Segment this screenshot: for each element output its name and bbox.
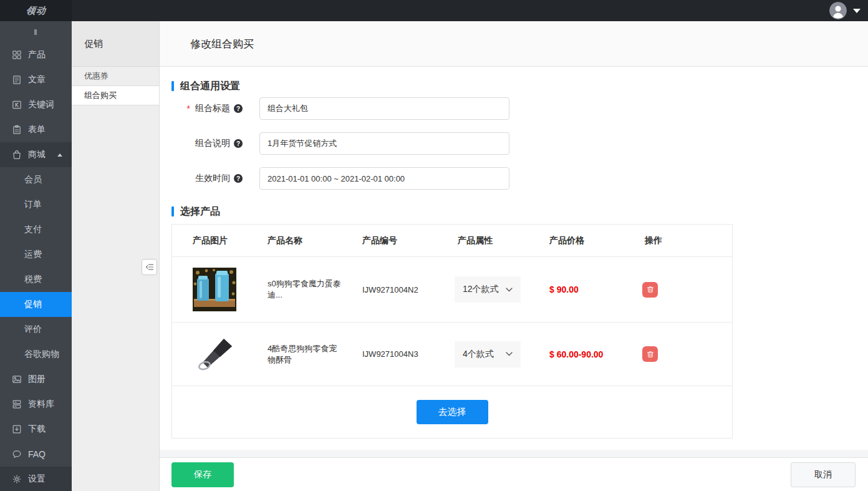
column-header: 操作 xyxy=(624,235,732,246)
sidebar-item-forms[interactable]: 表单 xyxy=(0,117,72,142)
field-label: 组合说明 xyxy=(195,138,230,149)
field-label: 生效时间 xyxy=(195,173,230,184)
cancel-button[interactable]: 取消 xyxy=(791,462,856,487)
sidebar-item-promotion[interactable]: 促销 xyxy=(0,292,72,317)
sidebar-item-articles[interactable]: 文章 xyxy=(0,67,72,92)
logo-text: 领动 xyxy=(25,5,47,17)
action-bar: 保存 取消 xyxy=(160,457,868,491)
panel-item-coupons[interactable]: 优惠券 xyxy=(72,67,159,86)
sidebar-item-label: FAQ xyxy=(28,449,46,459)
page-header: 修改组合购买 xyxy=(160,21,868,67)
sidebar-item-reviews[interactable]: 评价 xyxy=(0,317,72,342)
sidebar-item-orders[interactable]: 订单 xyxy=(0,192,72,217)
picture-icon xyxy=(12,374,22,384)
product-attribute-dropdown[interactable]: 12个款式 xyxy=(455,276,521,303)
sidebar-item-label: 运费 xyxy=(24,249,42,260)
table-header-row: 产品图片 产品名称 产品编号 产品属性 产品价格 操作 xyxy=(172,225,732,257)
product-number: IJW9271004N2 xyxy=(342,285,437,294)
download-icon xyxy=(12,424,22,434)
primary-sidebar: ‖ 产品 文章 关键词 xyxy=(0,21,72,491)
product-price: $ 90.00 xyxy=(529,284,624,294)
help-icon[interactable]: ? xyxy=(234,104,243,113)
sidebar-item-label: 会员 xyxy=(24,174,42,185)
sidebar-item-label: 文章 xyxy=(28,74,46,85)
account-caret-down-icon[interactable] xyxy=(853,9,861,13)
section-title: 选择产品 xyxy=(180,205,220,218)
bundle-description-input[interactable] xyxy=(259,132,509,155)
form-row-title: * 组合标题 ? xyxy=(171,97,868,120)
menu-fold-icon xyxy=(145,263,154,271)
save-button[interactable]: 保存 xyxy=(171,462,234,487)
panel-title: 促销 xyxy=(72,21,159,67)
sidebar-item-label: 谷歌购物 xyxy=(24,349,59,360)
grid-icon xyxy=(12,50,22,60)
help-icon[interactable]: ? xyxy=(234,174,243,183)
product-name: 4酷奇思狗狗零食宠物酥骨 xyxy=(247,343,342,366)
sidebar-item-products[interactable]: 产品 xyxy=(0,42,72,67)
delete-product-button[interactable] xyxy=(642,346,658,362)
sidebar-collapse-grip[interactable]: ‖ xyxy=(0,21,72,42)
sidebar-item-tax[interactable]: 税费 xyxy=(0,267,72,292)
sidebar-item-faq[interactable]: FAQ xyxy=(0,442,72,467)
user-icon xyxy=(829,2,847,19)
sidebar-item-library[interactable]: 资料库 xyxy=(0,392,72,417)
form-row-effective-time: 生效时间 ? xyxy=(171,167,868,190)
delete-product-button[interactable] xyxy=(642,282,658,298)
table-footer: 去选择 xyxy=(172,386,732,438)
product-price: $ 60.00-90.00 xyxy=(529,349,624,359)
attribute-value: 12个款式 xyxy=(463,284,499,295)
sidebar-item-mall[interactable]: 商城 xyxy=(0,142,72,167)
help-icon[interactable]: ? xyxy=(234,139,243,148)
sidebar-item-label: 评价 xyxy=(24,324,42,335)
section-accent-bar xyxy=(171,81,174,91)
product-attribute-dropdown[interactable]: 4个款式 xyxy=(455,341,521,367)
sidebar-item-shipping[interactable]: 运费 xyxy=(0,242,72,267)
panel-item-bundle-purchase[interactable]: 组合购买 xyxy=(72,86,159,105)
sidebar-item-label: 下载 xyxy=(28,424,46,435)
sidebar-item-label: 图册 xyxy=(28,374,46,385)
user-avatar[interactable] xyxy=(829,2,847,19)
grip-icon: ‖ xyxy=(34,27,37,37)
column-header: 产品图片 xyxy=(172,235,247,246)
product-image xyxy=(193,268,236,311)
products-table: 产品图片 产品名称 产品编号 产品属性 产品价格 操作 xyxy=(171,224,733,439)
page-title: 修改组合购买 xyxy=(190,37,254,51)
table-row: s0狗狗零食魔力蛋泰迪... IJW9271004N2 12个款式 $ 90.0… xyxy=(172,257,732,323)
required-mark: * xyxy=(187,104,190,114)
field-label: 组合标题 xyxy=(195,103,230,114)
sidebar-item-label: 关键词 xyxy=(28,99,54,110)
clipboard-icon xyxy=(12,125,22,135)
article-icon xyxy=(12,75,22,85)
product-number: IJW9271004N3 xyxy=(342,349,437,359)
sidebar-item-payment[interactable]: 支付 xyxy=(0,217,72,242)
sidebar-item-download[interactable]: 下载 xyxy=(0,417,72,442)
sidebar-item-members[interactable]: 会员 xyxy=(0,167,72,192)
trash-icon xyxy=(647,351,654,358)
chevron-down-icon xyxy=(506,288,513,292)
secondary-sidebar: 促销 优惠券 组合购买 xyxy=(72,21,160,491)
sidebar-item-google-shopping[interactable]: 谷歌购物 xyxy=(0,342,72,367)
section-title: 组合通用设置 xyxy=(180,80,240,93)
go-select-button[interactable]: 去选择 xyxy=(417,400,488,424)
column-header: 产品属性 xyxy=(437,235,529,246)
caret-up-icon xyxy=(57,153,62,157)
chevron-down-icon xyxy=(506,352,513,356)
gear-icon xyxy=(12,474,22,484)
column-header: 产品编号 xyxy=(342,235,437,246)
sidebar-item-label: 支付 xyxy=(24,224,42,235)
app-window: 领动 ‖ 产品 xyxy=(0,0,868,491)
sidebar-item-label: 订单 xyxy=(24,199,42,210)
sidebar-item-albums[interactable]: 图册 xyxy=(0,367,72,392)
logo: 领动 xyxy=(0,0,72,21)
product-image xyxy=(193,333,236,376)
column-header: 产品价格 xyxy=(529,235,624,246)
sidebar-item-label: 资料库 xyxy=(28,399,54,410)
sidebar-item-label: 设置 xyxy=(28,474,46,485)
sidebar-item-settings[interactable]: 设置 xyxy=(0,467,72,491)
topbar: 领动 xyxy=(0,0,868,21)
panel-collapse-button[interactable] xyxy=(142,259,157,275)
effective-time-input[interactable] xyxy=(259,167,509,190)
shopping-bag-icon xyxy=(12,150,22,160)
sidebar-item-keywords[interactable]: 关键词 xyxy=(0,92,72,117)
bundle-title-input[interactable] xyxy=(259,97,509,120)
